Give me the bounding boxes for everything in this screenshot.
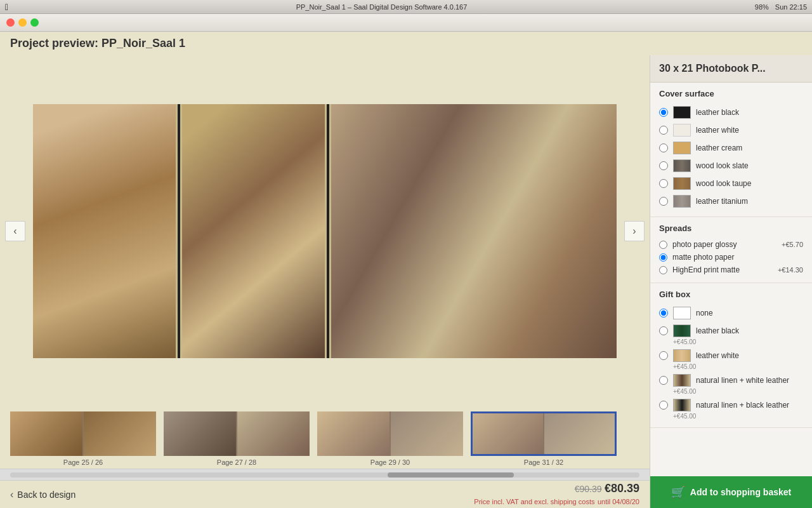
spread-label-highend: HighEnd print matte <box>672 265 773 274</box>
thumb-1b <box>84 411 156 456</box>
photo-divider-1 <box>178 104 180 358</box>
spreads-section: Spreads photo paper glossy +€5.70 matte … <box>650 217 812 283</box>
cover-radio-leather-black[interactable] <box>659 108 668 117</box>
gift-radio-natural-white[interactable] <box>659 376 668 385</box>
scrollbar-thumb[interactable] <box>388 472 513 478</box>
gift-swatch-natural-black <box>673 399 691 411</box>
price-area: €90.39 €80.39 Price incl. VAT and excl. … <box>474 482 639 507</box>
back-arrow-icon: ‹ <box>10 489 13 500</box>
gift-option-leather-black[interactable]: leather black <box>659 322 803 340</box>
gift-price-natural-white: +€45.00 <box>673 388 803 395</box>
maximize-button[interactable] <box>30 18 39 27</box>
thumb-label-4: Page 31 / 32 <box>524 458 563 466</box>
mac-titlebar-right: 98% Sun 22:15 <box>755 3 807 11</box>
thumb-label-2: Page 27 / 28 <box>217 458 256 466</box>
cover-label-leather-titanium: leather titanium <box>696 197 803 206</box>
spread-radio-highend[interactable] <box>659 266 667 274</box>
mac-titlebar:  PP_Noir_Saal 1 – Saal Digital Design S… <box>0 0 812 14</box>
back-to-design-button[interactable]: ‹ Back to design <box>10 489 75 500</box>
price-new: €80.39 <box>605 482 639 495</box>
gift-option-none[interactable]: none <box>659 304 803 322</box>
thumb-img-1[interactable] <box>10 411 156 456</box>
gift-radio-leather-white[interactable] <box>659 351 668 360</box>
scrollbar-area[interactable] <box>0 469 650 480</box>
gift-label-none: none <box>696 309 803 318</box>
thumb-3a <box>317 411 390 456</box>
thumbnail-3[interactable]: Page 29 / 30 <box>317 411 463 466</box>
thumb-img-4[interactable] <box>471 411 617 456</box>
spread-price-glossy: +€5.70 <box>782 241 803 248</box>
cover-option-wood-look-slate[interactable]: wood look slate <box>659 157 803 175</box>
preview-main: ‹ › <box>0 55 650 406</box>
gift-radio-none[interactable] <box>659 309 668 318</box>
gift-swatch-leather-white <box>673 349 691 362</box>
spread-radio-matte[interactable] <box>659 253 667 262</box>
cover-swatch-wood-look-taupe <box>673 177 691 190</box>
gift-price-natural-black: +€45.00 <box>673 413 803 420</box>
cover-radio-leather-titanium[interactable] <box>659 197 668 206</box>
window-bar <box>0 14 812 32</box>
bottom-bar: ‹ Back to design €90.39 €80.39 Price inc… <box>0 480 650 508</box>
panel-product-title: 30 x 21 Photobook P... <box>650 55 812 83</box>
thumbnail-4[interactable]: Page 31 / 32 <box>471 411 617 466</box>
preview-photo-2 <box>182 104 325 358</box>
spread-label-matte: matte photo paper <box>672 253 798 262</box>
thumb-img-2[interactable] <box>164 411 310 456</box>
spread-option-glossy[interactable]: photo paper glossy +€5.70 <box>659 238 803 251</box>
cover-swatch-leather-black <box>673 106 691 119</box>
cover-radio-wood-look-taupe[interactable] <box>659 179 668 188</box>
gift-option-natural-black[interactable]: natural linen + black leather <box>659 396 803 414</box>
thumbnail-2[interactable]: Page 27 / 28 <box>164 411 310 466</box>
cover-radio-leather-cream[interactable] <box>659 144 668 152</box>
app-body: Project preview: PP_Noir_Saal 1 ‹ <box>0 32 812 508</box>
gift-radio-natural-black[interactable] <box>659 401 668 410</box>
thumb-label-1: Page 25 / 26 <box>63 458 103 466</box>
thumb-4b <box>544 413 615 454</box>
preview-photo-1 <box>33 104 176 358</box>
cover-swatch-leather-cream <box>673 142 691 154</box>
spread-option-highend[interactable]: HighEnd print matte +€14.30 <box>659 264 803 276</box>
thumbnail-strip: Page 25 / 26 Page 27 / 28 Page 29 / 30 <box>0 406 650 469</box>
preview-pane: ‹ › <box>0 55 650 508</box>
preview-image-area <box>33 104 617 358</box>
gift-radio-leather-black[interactable] <box>659 326 668 335</box>
right-panel: 30 x 21 Photobook P... Cover surface lea… <box>650 55 812 508</box>
thumb-3b <box>391 411 463 456</box>
spread-label-glossy: photo paper glossy <box>672 240 776 249</box>
thumb-label-3: Page 29 / 30 <box>370 458 410 466</box>
minimize-button[interactable] <box>18 18 27 27</box>
spread-radio-glossy[interactable] <box>659 241 667 249</box>
cover-radio-wood-look-slate[interactable] <box>659 161 668 170</box>
cover-option-leather-cream[interactable]: leather cream <box>659 139 803 157</box>
gift-label-natural-black: natural linen + black leather <box>696 401 803 410</box>
cover-radio-leather-white[interactable] <box>659 126 668 135</box>
thumb-2b <box>237 411 310 456</box>
cart-icon: 🛒 <box>671 485 685 499</box>
cover-option-leather-titanium[interactable]: leather titanium <box>659 192 803 210</box>
cover-option-leather-black[interactable]: leather black <box>659 104 803 121</box>
spread-option-matte[interactable]: matte photo paper <box>659 251 803 264</box>
cover-swatch-wood-look-slate <box>673 159 691 172</box>
cover-label-leather-cream: leather cream <box>696 144 803 152</box>
gift-price-leather-black: +€45.00 <box>673 338 803 345</box>
prev-page-button[interactable]: ‹ <box>5 221 25 241</box>
gift-label-natural-white: natural linen + white leather <box>696 376 803 385</box>
apple-icon:  <box>5 2 8 12</box>
thumb-1a <box>10 411 82 456</box>
cover-option-wood-look-taupe[interactable]: wood look taupe <box>659 175 803 192</box>
gift-price-leather-white: +€45.00 <box>673 363 803 370</box>
cover-option-leather-white[interactable]: leather white <box>659 121 803 139</box>
traffic-lights[interactable] <box>6 18 39 27</box>
thumb-img-3[interactable] <box>317 411 463 456</box>
gift-option-natural-white[interactable]: natural linen + white leather <box>659 371 803 389</box>
back-to-design-label: Back to design <box>17 490 75 500</box>
clock: Sun 22:15 <box>775 3 807 11</box>
thumbnail-1[interactable]: Page 25 / 26 <box>10 411 156 466</box>
close-button[interactable] <box>6 18 15 27</box>
gift-option-leather-white[interactable]: leather white <box>659 347 803 364</box>
gift-box-section: Gift box none leather black +€45.00 leat… <box>650 283 812 428</box>
add-to-cart-button[interactable]: 🛒 Add to shopping basket <box>650 476 812 508</box>
next-page-button[interactable]: › <box>624 221 645 241</box>
scrollbar-track[interactable] <box>10 472 639 478</box>
cover-label-leather-black: leather black <box>696 108 803 117</box>
